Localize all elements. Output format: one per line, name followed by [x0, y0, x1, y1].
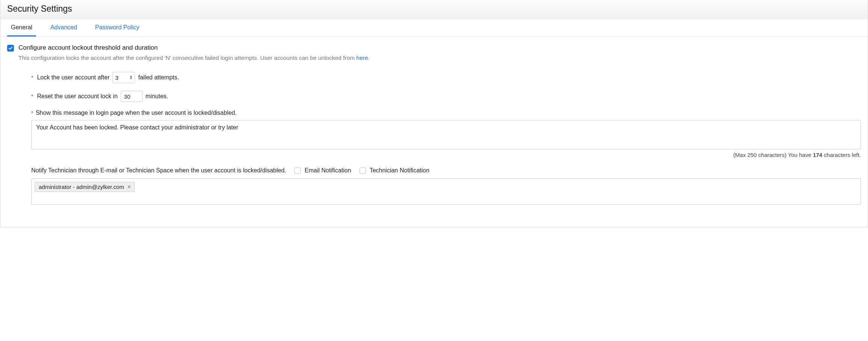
security-settings-page: Security Settings General Advanced Passw…: [0, 0, 868, 227]
reset-minutes-row: * Reset the user account lock in 30 minu…: [31, 91, 861, 102]
chevron-down-icon: ▼: [130, 78, 133, 80]
page-title: Security Settings: [7, 4, 861, 14]
config-desc-post: .: [368, 55, 370, 61]
config-description: This configuration locks the account aft…: [18, 55, 370, 61]
char-counter: (Max 250 characters) You have 174 charac…: [31, 152, 861, 158]
stepper-icon[interactable]: ▲ ▼: [130, 75, 133, 80]
notify-row: Notify Technician through E-mail or Tech…: [31, 167, 861, 174]
reset-label-post: minutes.: [146, 93, 168, 100]
lock-label-post: failed attempts.: [138, 74, 179, 81]
config-title: Configure account lockout threshold and …: [18, 44, 370, 52]
technician-notification-label: Technician Notification: [370, 167, 429, 174]
lock-label-pre: Lock the user account after: [37, 74, 109, 81]
required-mark: *: [31, 75, 33, 81]
config-lockout-row: Configure account lockout threshold and …: [7, 44, 861, 61]
char-counter-post: characters left.: [822, 152, 861, 158]
config-desc-pre: This configuration locks the account aft…: [18, 55, 357, 61]
configure-lockout-checkbox[interactable]: [7, 45, 14, 52]
page-header: Security Settings: [0, 0, 868, 19]
tab-general[interactable]: General: [7, 19, 36, 37]
reset-minutes-input[interactable]: 30: [121, 91, 143, 102]
content-area: Configure account lockout threshold and …: [0, 37, 868, 216]
reset-label-pre: Reset the user account lock in: [37, 93, 117, 100]
config-text-block: Configure account lockout threshold and …: [18, 44, 370, 61]
tab-bar: General Advanced Password Policy: [0, 19, 868, 37]
locked-message-label: Show this message in login page when the…: [36, 110, 237, 116]
locked-message-value: Your Account has been locked. Please con…: [36, 124, 238, 131]
required-mark: *: [31, 93, 33, 99]
notify-recipients-box[interactable]: administrator - admin@zylker.com ✕: [31, 178, 861, 205]
required-mark: *: [31, 110, 33, 116]
notify-label: Notify Technician through E-mail or Tech…: [31, 167, 286, 174]
email-notification-label: Email Notification: [305, 167, 351, 174]
lock-attempts-row: * Lock the user account after 3 ▲ ▼ fail…: [31, 72, 861, 83]
email-notification-option[interactable]: Email Notification: [294, 167, 351, 174]
reset-minutes-value: 30: [124, 93, 131, 100]
locked-message-row: * Show this message in login page when t…: [31, 110, 861, 116]
char-counter-pre: (Max 250 characters) You have: [733, 152, 813, 158]
char-counter-num: 174: [813, 152, 822, 158]
tab-password-policy[interactable]: Password Policy: [91, 19, 143, 37]
locked-message-textarea[interactable]: Your Account has been locked. Please con…: [31, 120, 861, 149]
check-icon: [8, 46, 13, 50]
email-notification-checkbox[interactable]: [294, 167, 301, 174]
recipient-tag-label: administrator - admin@zylker.com: [39, 184, 124, 190]
tab-advanced[interactable]: Advanced: [47, 19, 81, 37]
fields-block: * Lock the user account after 3 ▲ ▼ fail…: [31, 72, 861, 205]
recipient-tag: administrator - admin@zylker.com ✕: [35, 182, 135, 192]
technician-notification-option[interactable]: Technician Notification: [360, 167, 429, 174]
lock-attempts-value: 3: [115, 75, 118, 81]
technician-notification-checkbox[interactable]: [360, 167, 366, 174]
unlock-here-link[interactable]: here: [357, 55, 368, 61]
lock-attempts-input[interactable]: 3 ▲ ▼: [112, 72, 135, 83]
remove-tag-icon[interactable]: ✕: [127, 184, 131, 190]
